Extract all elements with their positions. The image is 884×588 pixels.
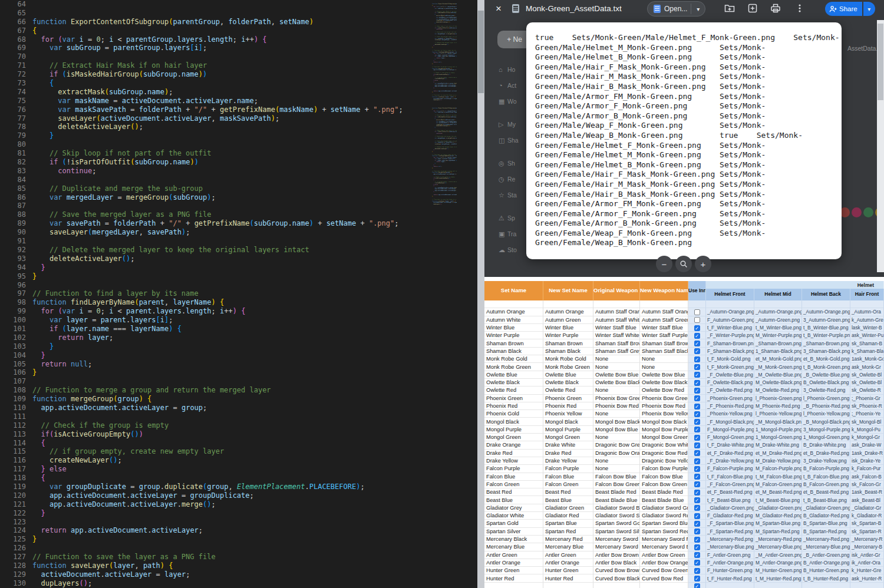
cell[interactable]: Mercenary Sword Bronze — [593, 536, 640, 543]
cell[interactable]: Gladiator Green — [543, 504, 593, 512]
cell[interactable]: l_Phoenix-Yellow.png — [754, 410, 802, 418]
cell[interactable]: F_Gladiator-Red.png — [706, 512, 754, 520]
cell[interactable]: _Mercenary-R — [850, 536, 884, 543]
use-inner-checkbox[interactable]: ✓ — [694, 380, 700, 386]
cell[interactable]: M_Winter-Purple.png — [754, 332, 802, 339]
cell[interactable]: ✓ — [688, 465, 706, 473]
code-line[interactable]: for (var i = 0; i < parentGroup.layers.l… — [32, 35, 421, 44]
cell[interactable]: et_M_Monk-Gold.png — [754, 355, 802, 363]
cell[interactable]: Shaman Staff Grey — [593, 348, 640, 355]
cell[interactable]: ✓ — [688, 434, 706, 441]
cell[interactable]: Mercenary Red — [543, 536, 593, 543]
close-icon[interactable]: × — [492, 2, 506, 16]
code-line[interactable]: var groupDuplicate = group.duplicate(gro… — [32, 483, 421, 491]
add-shortcut-button[interactable] — [747, 3, 759, 15]
use-inner-checkbox[interactable]: ✓ — [694, 404, 700, 409]
cell[interactable]: ask_Hunter-R — [850, 574, 884, 582]
cell[interactable]: Antler Green — [543, 551, 593, 559]
cell[interactable]: ✓ — [688, 339, 706, 347]
code-line[interactable]: return null; — [32, 360, 421, 369]
cell[interactable]: Shaman Brown — [543, 339, 593, 347]
col-header-helmet-mid[interactable]: Helmet Mid — [754, 289, 802, 300]
helmet-group-header[interactable]: Helmet — [706, 281, 884, 289]
cell[interactable] — [543, 583, 593, 588]
cell[interactable]: ✓ — [688, 567, 706, 574]
cell[interactable]: ✓ — [688, 379, 706, 387]
cell[interactable]: _Mercenary-Red.png — [706, 536, 754, 543]
cell[interactable] — [593, 300, 640, 308]
cell[interactable]: _F_Mongol-Black.png — [706, 418, 754, 425]
cell[interactable]: 1ask_Beast-R — [850, 488, 884, 496]
code-line[interactable]: { — [32, 79, 421, 88]
cell[interactable]: None — [593, 465, 640, 473]
cell[interactable]: et_B_Beast-Red.png — [802, 488, 850, 496]
cell[interactable]: ask_Beast-Bl — [850, 496, 884, 504]
cell[interactable]: Falcon Bow Purple — [640, 465, 688, 473]
cell[interactable]: t_F_Falcon-Blue.png — [706, 473, 754, 481]
cell[interactable]: Beast Blue — [484, 496, 543, 504]
cell[interactable]: Curved Bow Brown — [593, 567, 640, 574]
cell[interactable]: Gladiator White — [484, 512, 543, 520]
cell[interactable]: Phoenix Bow Red — [593, 402, 640, 410]
use-inner-checkbox[interactable]: ✓ — [694, 560, 700, 566]
cell[interactable]: M_Drake-White.png — [754, 441, 802, 449]
cell[interactable]: Drake White — [543, 441, 593, 449]
code-line[interactable]: function ExportContentOfSubgroup(parentG… — [32, 18, 421, 27]
cell[interactable] — [706, 583, 754, 588]
cell[interactable]: Owlette Black — [543, 379, 593, 387]
cell[interactable]: Mongol Bow Green — [640, 434, 688, 441]
cell[interactable]: Autumn Staff Green — [640, 316, 688, 324]
add-to-drive-button[interactable] — [724, 3, 736, 15]
cell[interactable]: _Gladiator-Gr — [850, 504, 884, 512]
cell[interactable]: Curved Bow Green — [640, 567, 688, 574]
cell[interactable]: _Shaman-Brown.png — [802, 339, 850, 347]
cell[interactable]: ask_Winter-Pu — [850, 332, 884, 339]
cell[interactable]: t_M_Beast-Blue.png — [754, 496, 802, 504]
code-line[interactable]: deleteActiveLayer(); — [32, 255, 421, 263]
cell[interactable]: et_B_Monk-Gold.png — [802, 355, 850, 363]
cell[interactable]: _F_Falcon-Green.png — [706, 481, 754, 488]
cell[interactable]: Antler Bow Brown — [593, 551, 640, 559]
code-line[interactable] — [32, 518, 421, 527]
print-button[interactable] — [770, 3, 782, 15]
cell[interactable]: ask_Monk-Gr — [850, 363, 884, 371]
cell[interactable]: Beast Red — [543, 488, 593, 496]
use-inner-checkbox[interactable]: ✓ — [694, 442, 700, 448]
cell[interactable]: Owlette Bow Blue — [640, 371, 688, 379]
cell[interactable]: ✓ — [688, 536, 706, 543]
cell[interactable]: ✓ — [688, 481, 706, 488]
cell[interactable] — [754, 583, 802, 588]
cell[interactable]: Gladiator Sword Red — [640, 512, 688, 520]
cell[interactable]: et_M_Drake-Red.png — [754, 450, 802, 457]
cell[interactable]: Gladiator Sword Bronze — [593, 504, 640, 512]
cell[interactable]: 1_Shaman-Black.png — [754, 348, 802, 355]
cell[interactable]: None — [593, 355, 640, 363]
cell[interactable] — [543, 300, 593, 308]
cell[interactable]: sk_Mongol-Bl — [850, 418, 884, 425]
code-line[interactable] — [32, 412, 421, 421]
cell[interactable]: _Phoenix-Yellow.png — [706, 410, 754, 418]
cell[interactable]: None — [593, 387, 640, 394]
cell[interactable]: l_Phoenix-Yellow.png — [802, 410, 850, 418]
cell[interactable]: sk_Spartan-R — [850, 528, 884, 536]
col-header-use-inner[interactable]: Use Inner — [688, 281, 706, 300]
cell[interactable]: Autumn Orange — [543, 308, 593, 316]
col-header-original-weapon-name[interactable]: Original Weapon Name — [593, 281, 640, 300]
use-inner-checkbox[interactable]: ✓ — [694, 576, 700, 582]
cell[interactable]: ✓ — [688, 371, 706, 379]
cell[interactable]: Hunter Green — [484, 567, 543, 574]
cell[interactable]: t_B_Winter-Blue.png — [802, 324, 850, 332]
cell[interactable]: Spartan Blue — [543, 520, 593, 527]
cell[interactable]: Mercenary Blue — [543, 543, 593, 551]
cell[interactable]: _Gladiator-Green.png — [754, 504, 802, 512]
cell[interactable]: Hunter Red — [543, 574, 593, 582]
code-line[interactable] — [32, 237, 421, 246]
code-line[interactable]: if (layer.name === layerName) { — [32, 325, 421, 333]
use-inner-checkbox[interactable]: ✓ — [694, 356, 700, 362]
minimap[interactable]: function ExportContentOfSubgroup(parentG… — [432, 0, 457, 253]
use-inner-checkbox[interactable]: ✓ — [694, 364, 700, 370]
cell[interactable]: Winter Purple — [543, 332, 593, 339]
cell[interactable]: _Mercenary-Blue.png — [802, 543, 850, 551]
cell[interactable]: _F_Owlette-Blue.png — [706, 371, 754, 379]
code-line[interactable] — [32, 9, 421, 18]
